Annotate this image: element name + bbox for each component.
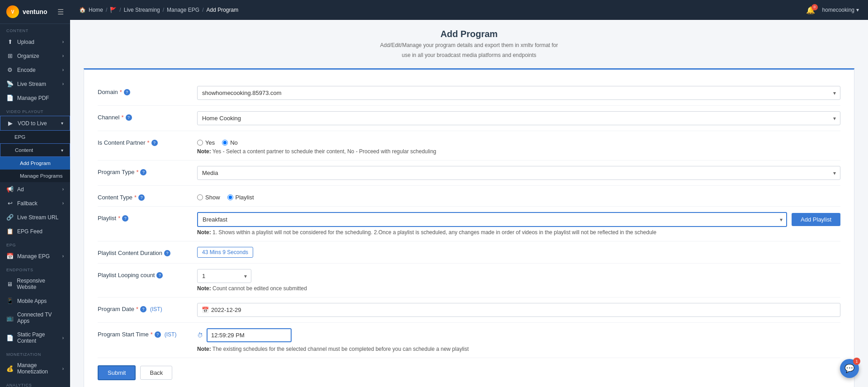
- page-body: Add Program Add/Edit/Manage your program…: [70, 20, 868, 387]
- sidebar-item-responsive-website[interactable]: 🖥 Responsive Website: [0, 274, 70, 294]
- sidebar-item-label: Manage Monetization: [17, 362, 59, 375]
- sidebar-item-manage-pdf[interactable]: 📄 Manage PDF: [0, 91, 70, 105]
- breadcrumb-flag: 🚩: [110, 7, 117, 13]
- chevron-icon: ›: [62, 201, 64, 206]
- required-marker: *: [151, 331, 153, 338]
- domain-help-icon[interactable]: ?: [124, 89, 130, 95]
- sidebar-item-label: EPG: [14, 134, 25, 140]
- static-icon: 📄: [6, 335, 14, 341]
- sidebar-item-mobile-apps[interactable]: 📱 Mobile Apps: [0, 294, 70, 308]
- looping-count-select[interactable]: 1: [197, 269, 251, 283]
- sidebar-item-label: Ad: [17, 186, 24, 193]
- sidebar-item-manage-programs[interactable]: Manage Programs: [0, 170, 70, 182]
- user-menu[interactable]: homecooking ▾: [822, 7, 859, 13]
- radio-playlist-input[interactable]: [227, 194, 233, 200]
- chevron-icon: ›: [62, 81, 64, 86]
- playlist-select[interactable]: Breakfast: [197, 212, 787, 227]
- breadcrumb-live-streaming[interactable]: Live Streaming: [124, 7, 160, 13]
- program-type-row: Program Type * ? Media ▾: [98, 160, 840, 186]
- channel-label: Channel * ?: [98, 111, 188, 121]
- domain-label: Domain * ?: [98, 86, 188, 95]
- channel-help-icon[interactable]: ?: [126, 114, 132, 121]
- playlist-label: Playlist * ?: [98, 212, 188, 222]
- sidebar-item-label: Organize: [17, 53, 39, 59]
- sidebar-item-upload[interactable]: ⬆ Upload ›: [0, 35, 70, 49]
- start-time-input[interactable]: [207, 328, 292, 342]
- chevron-down-icon: ▾: [61, 121, 63, 126]
- upload-icon: ⬆: [6, 38, 14, 45]
- radio-yes-input[interactable]: [197, 140, 203, 146]
- section-label-video-playout: VIDEO PLAYOUT: [0, 105, 70, 116]
- program-date-input[interactable]: [197, 303, 840, 317]
- sidebar-item-content[interactable]: Content ▾: [0, 143, 70, 157]
- radio-show-label[interactable]: Show: [197, 194, 220, 201]
- sidebar-item-live-stream[interactable]: 📡 Live Stream ›: [0, 77, 70, 91]
- domain-control: showhomecooking.85973.com ▾: [197, 86, 840, 100]
- sidebar-item-ad[interactable]: 📢 Ad ›: [0, 182, 70, 196]
- sidebar-item-encode[interactable]: ⚙ Encode ›: [0, 63, 70, 77]
- organize-icon: ⊞: [6, 52, 14, 59]
- sidebar-item-organize[interactable]: ⊞ Organize ›: [0, 49, 70, 63]
- radio-playlist-label[interactable]: Playlist: [227, 194, 254, 201]
- duration-help-icon[interactable]: ?: [164, 250, 170, 256]
- sidebar-item-label: Live Stream URL: [17, 214, 58, 221]
- program-type-label: Program Type * ?: [98, 166, 188, 175]
- content-type-help-icon[interactable]: ?: [138, 194, 145, 201]
- looping-note: Note: Count cannot be edited once submit…: [197, 285, 840, 292]
- chevron-icon: ›: [62, 187, 64, 192]
- content-partner-help-icon[interactable]: ?: [151, 140, 158, 146]
- chevron-icon: ›: [62, 53, 64, 58]
- sidebar-item-manage-epg[interactable]: 📅 Manage EPG ›: [0, 249, 70, 263]
- looping-select-wrap: 1 ▾: [197, 269, 251, 283]
- radio-yes-label[interactable]: Yes: [197, 139, 215, 146]
- time-help-icon[interactable]: ?: [155, 331, 161, 338]
- required-marker: *: [120, 89, 122, 95]
- sidebar-item-fallback[interactable]: ↩ Fallback ›: [0, 196, 70, 210]
- sidebar-item-connected-tv[interactable]: 📺 Connected TV Apps: [0, 308, 70, 328]
- chevron-icon: ›: [62, 67, 64, 72]
- content-partner-radio-group: Yes No: [197, 137, 840, 146]
- channel-select[interactable]: Home Cooking: [197, 111, 840, 125]
- breadcrumb-manage-epg[interactable]: Manage EPG: [167, 7, 199, 13]
- topbar: 🏠 Home / 🚩 / Live Streaming / Manage EPG…: [70, 0, 868, 20]
- sidebar-item-add-program[interactable]: Add Program: [0, 157, 70, 170]
- hamburger-icon[interactable]: ☰: [57, 8, 64, 16]
- submit-button[interactable]: Submit: [98, 365, 136, 380]
- section-label-epg: EPG: [0, 238, 70, 249]
- content-type-control: Show Playlist: [197, 191, 840, 201]
- sidebar-item-live-stream-url[interactable]: 🔗 Live Stream URL: [0, 210, 70, 224]
- topbar-right: 🔔 0 homecooking ▾: [806, 6, 859, 14]
- playlist-duration-row: Playlist Content Duration ? 43 Mins 9 Se…: [98, 241, 840, 264]
- sidebar-item-label: Responsive Website: [17, 278, 64, 290]
- add-playlist-button[interactable]: Add Playlist: [792, 213, 840, 226]
- chat-bubble[interactable]: 💬 1: [840, 359, 859, 378]
- program-type-select[interactable]: Media: [197, 166, 840, 180]
- date-help-icon[interactable]: ?: [140, 306, 146, 312]
- sidebar-item-epg-feed[interactable]: 📋 EPG Feed: [0, 224, 70, 238]
- sidebar-item-label: Encode: [17, 67, 36, 73]
- chevron-icon: ›: [62, 254, 64, 259]
- notification-bell[interactable]: 🔔 0: [806, 6, 815, 14]
- back-button[interactable]: Back: [140, 366, 172, 380]
- chevron-down-icon: ▾: [61, 148, 63, 153]
- sidebar-item-manage-monetization[interactable]: 💰 Manage Monetization ›: [0, 359, 70, 378]
- sidebar-item-epg[interactable]: EPG: [0, 131, 70, 143]
- radio-show-input[interactable]: [197, 194, 203, 200]
- playlist-note: Note: 1. Shows within a playlist will no…: [197, 229, 840, 236]
- date-ist-label: (IST): [150, 306, 162, 312]
- program-type-control: Media ▾: [197, 166, 840, 180]
- looping-count-control: 1 ▾ Note: Count cannot be edited once su…: [197, 269, 840, 292]
- domain-select[interactable]: showhomecooking.85973.com: [197, 86, 840, 100]
- program-type-help-icon[interactable]: ?: [140, 169, 146, 175]
- channel-control: Home Cooking ▾: [197, 111, 840, 125]
- breadcrumb-home[interactable]: Home: [89, 7, 103, 13]
- radio-no-input[interactable]: [222, 140, 228, 146]
- looping-help-icon[interactable]: ?: [156, 272, 163, 278]
- sidebar-item-static-page[interactable]: 📄 Static Page Content ›: [0, 328, 70, 348]
- sidebar-item-label: Manage EPG: [17, 253, 50, 260]
- program-date-label: Program Date * ? (IST): [98, 303, 188, 312]
- channel-select-wrapper: Home Cooking ▾: [197, 111, 840, 125]
- sidebar-item-vod-to-live[interactable]: ▶ VOD to Live ▾: [0, 116, 70, 131]
- playlist-help-icon[interactable]: ?: [122, 215, 128, 222]
- radio-no-label[interactable]: No: [222, 139, 238, 146]
